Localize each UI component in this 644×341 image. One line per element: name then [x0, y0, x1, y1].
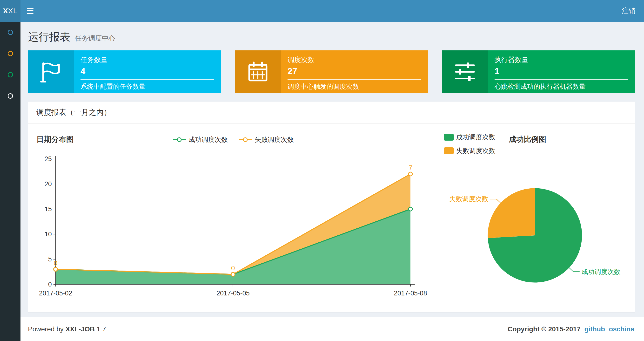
pie-chart-title: 成功比例图 [509, 134, 546, 144]
divider [494, 79, 628, 80]
line-legend-icon [238, 137, 252, 142]
calendar-icon [247, 61, 269, 83]
info-box-label: 调度次数 [288, 55, 421, 64]
product-version: 1.7 [97, 325, 106, 333]
main-footer: Powered by XXL-JOB 1.7 Copyright © 2015-… [20, 317, 644, 341]
legend-label: 失败调度次数 [255, 135, 294, 144]
circle-icon [8, 51, 13, 56]
info-boxes-row: 任务数量 4 系统中配置的任务数量 调度次数 [28, 50, 635, 93]
github-link[interactable]: github [584, 325, 605, 333]
legend-item-fail[interactable]: 失败调度次数 [444, 146, 495, 155]
content: 运行报表 任务调度中心 任务数量 4 系统中配置的任务数量 [20, 22, 644, 317]
legend-item-success[interactable]: 成功调度次数 [172, 135, 228, 144]
powered-by: Powered by XXL-JOB 1.7 [28, 325, 106, 333]
info-box-description: 心跳检测成功的执行器机器数量 [494, 82, 628, 91]
success-ratio-pie: 成功调度次数失败调度次数 [438, 151, 635, 301]
divider [288, 79, 421, 80]
svg-text:2017-05-08: 2017-05-08 [394, 290, 427, 297]
hamburger-icon [27, 8, 34, 9]
report-panel: 调度报表（一月之内） 日期分布图 成功调度次数 [28, 101, 635, 312]
page-subtitle: 任务调度中心 [75, 35, 115, 42]
info-box-label: 执行器数量 [494, 55, 628, 64]
pie-chart-section: 成功调度次数 失败调度次数 成功比例图 成功调度次数失败调度次数 [438, 128, 635, 304]
sidebar-item-help[interactable] [0, 85, 20, 107]
svg-text:5: 5 [48, 256, 52, 263]
info-box-description: 调度中心触发的调度次数 [288, 82, 421, 91]
divider [80, 79, 214, 80]
main-navbar: XXL 注销 [0, 0, 644, 22]
page-title: 运行报表 [28, 31, 70, 43]
info-box-value: 1 [494, 66, 628, 77]
sidebar-item-executor-manage[interactable] [0, 64, 20, 85]
svg-text:10: 10 [44, 231, 52, 238]
sidebar-item-dashboard[interactable] [0, 22, 20, 43]
info-box-triggers: 调度次数 27 调度中心触发的调度次数 [235, 50, 428, 93]
pie-chart-legend: 成功调度次数 失败调度次数 [444, 133, 495, 155]
line-legend-icon [172, 137, 186, 142]
logout-link[interactable]: 注销 [613, 0, 644, 22]
info-box-executors: 执行器数量 1 心跳检测成功的执行器机器数量 [442, 50, 635, 93]
legend-swatch [444, 134, 454, 141]
app-logo-text-bold: X [3, 7, 8, 15]
copyright-text: Copyright © 2015-2017 [508, 325, 580, 333]
sidebar-toggle-button[interactable] [20, 0, 40, 22]
navbar-right: 注销 [613, 0, 644, 22]
oschina-link[interactable]: oschina [609, 325, 634, 333]
legend-label: 成功调度次数 [456, 133, 495, 142]
svg-text:15: 15 [44, 205, 52, 213]
sliders-icon [454, 61, 476, 83]
app-logo[interactable]: XXL [0, 0, 20, 22]
legend-label: 成功调度次数 [189, 135, 228, 144]
legend-label: 失败调度次数 [456, 146, 495, 155]
svg-text:2017-05-02: 2017-05-02 [39, 290, 72, 297]
footer-right: Copyright © 2015-2017 github oschina [508, 325, 634, 333]
hamburger-icon [27, 13, 34, 14]
info-box-value: 4 [80, 66, 214, 77]
circle-icon [8, 72, 13, 77]
sidebar [0, 22, 20, 341]
circle-icon [8, 93, 13, 99]
svg-text:2017-05-05: 2017-05-05 [216, 290, 250, 297]
product-name: XXL-JOB [66, 325, 95, 333]
sidebar-item-job-manage[interactable] [0, 43, 20, 64]
legend-item-success[interactable]: 成功调度次数 [444, 133, 495, 142]
info-box-description: 系统中配置的任务数量 [80, 82, 214, 91]
info-box-jobs: 任务数量 4 系统中配置的任务数量 [28, 50, 221, 93]
panel-title: 调度报表（一月之内） [28, 102, 635, 124]
svg-text:成功调度次数: 成功调度次数 [581, 268, 620, 275]
info-box-label: 任务数量 [80, 55, 214, 64]
svg-text:7: 7 [408, 164, 412, 171]
svg-text:失败调度次数: 失败调度次数 [449, 195, 488, 203]
circle-icon [8, 30, 13, 35]
hamburger-icon [27, 10, 34, 11]
legend-swatch [444, 147, 454, 154]
line-chart-legend: 成功调度次数 失败调度次数 [172, 135, 294, 144]
svg-text:0: 0 [48, 281, 52, 288]
date-chart-section: 日期分布图 成功调度次数 [28, 128, 438, 304]
legend-item-fail[interactable]: 失败调度次数 [238, 135, 294, 144]
date-distribution-chart: 05101520252017-05-022017-05-052017-05-08… [28, 149, 438, 304]
flag-icon [40, 61, 62, 83]
info-box-value: 27 [288, 66, 421, 77]
svg-text:0: 0 [54, 259, 58, 267]
page-header: 运行报表 任务调度中心 [28, 30, 635, 44]
app-logo-text-light: XL [8, 7, 18, 15]
svg-text:0: 0 [231, 264, 235, 272]
svg-text:20: 20 [44, 180, 52, 188]
date-chart-title: 日期分布图 [36, 134, 74, 144]
svg-text:25: 25 [44, 155, 52, 163]
